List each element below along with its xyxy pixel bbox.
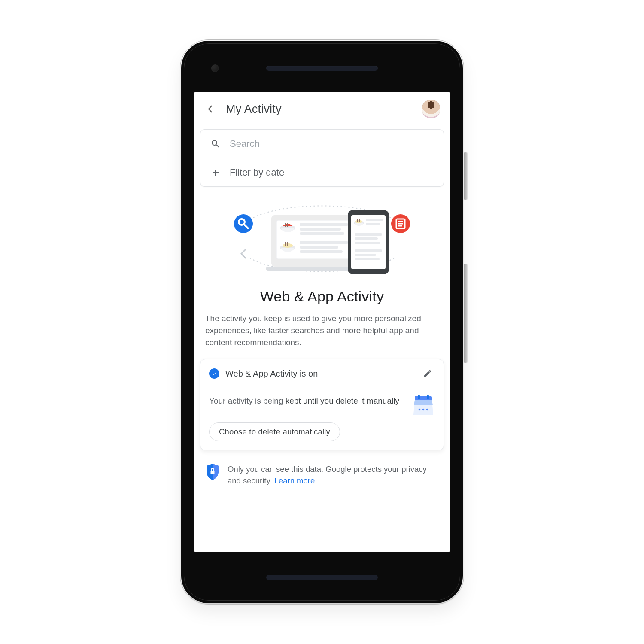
svg-rect-11 <box>300 232 344 235</box>
svg-rect-13 <box>300 246 338 249</box>
auto-delete-label: Choose to delete automatically <box>219 427 330 437</box>
svg-rect-24 <box>366 219 383 221</box>
activity-status-card: Web & App Activity is on Your activity i… <box>200 359 444 450</box>
search-filter-card: Filter by date <box>200 129 444 187</box>
privacy-footer: Only you can see this data. Google prote… <box>205 463 439 497</box>
svg-rect-37 <box>427 395 429 399</box>
search-input[interactable] <box>230 138 435 149</box>
screen: My Activity Filter <box>194 92 450 552</box>
status-text: Web & App Activity is on <box>225 369 414 379</box>
svg-rect-30 <box>355 254 376 256</box>
svg-rect-28 <box>355 242 380 244</box>
check-circle-icon <box>209 368 219 379</box>
power-button <box>464 152 467 200</box>
calendar-icon <box>412 395 435 416</box>
privacy-text: Only you can see this data. Google prote… <box>228 463 439 486</box>
svg-rect-41 <box>211 471 215 474</box>
shield-lock-icon <box>205 463 220 480</box>
svg-rect-25 <box>366 223 380 225</box>
svg-rect-36 <box>418 395 420 399</box>
svg-rect-27 <box>355 237 378 240</box>
app-content: My Activity Filter <box>194 92 450 552</box>
section-title: Web & App Activity <box>194 288 450 305</box>
plus-icon <box>209 167 222 178</box>
search-icon <box>209 139 222 149</box>
devices-illustration-icon <box>194 198 450 279</box>
front-camera <box>211 64 219 72</box>
svg-rect-10 <box>300 228 341 231</box>
svg-point-39 <box>422 409 425 411</box>
account-avatar[interactable] <box>422 100 440 118</box>
stage: My Activity Filter <box>0 0 644 644</box>
app-header: My Activity <box>194 92 450 126</box>
learn-more-link[interactable]: Learn more <box>274 476 315 485</box>
svg-rect-20 <box>285 242 286 246</box>
svg-rect-16 <box>285 223 286 227</box>
svg-rect-31 <box>355 258 380 260</box>
search-row[interactable] <box>200 130 444 158</box>
hero-illustration <box>194 198 450 279</box>
svg-rect-12 <box>300 241 348 244</box>
retention-bold: kept until you delete it manually <box>286 396 399 405</box>
svg-point-40 <box>426 409 428 411</box>
svg-rect-9 <box>300 223 348 226</box>
svg-rect-21 <box>287 242 288 246</box>
svg-point-38 <box>419 409 421 411</box>
svg-rect-17 <box>287 223 288 227</box>
auto-delete-button[interactable]: Choose to delete automatically <box>209 422 340 441</box>
svg-rect-29 <box>355 249 382 252</box>
divider <box>200 388 444 388</box>
svg-rect-35 <box>359 219 360 222</box>
svg-rect-14 <box>300 250 343 253</box>
volume-rocker <box>464 264 467 363</box>
edit-button[interactable] <box>420 366 435 381</box>
section-description: The activity you keep is used to give yo… <box>205 313 439 349</box>
retention-prefix: Your activity is being <box>209 396 286 405</box>
retention-row: Your activity is being kept until you de… <box>209 395 435 416</box>
arrow-left-icon <box>206 103 217 115</box>
filter-label: Filter by date <box>230 167 284 178</box>
bottom-speaker <box>266 575 378 580</box>
privacy-text-main: Only you can see this data. Google prote… <box>228 465 427 485</box>
retention-text: Your activity is being kept until you de… <box>209 395 405 407</box>
status-row: Web & App Activity is on <box>209 366 435 381</box>
page-title: My Activity <box>226 103 282 116</box>
earpiece <box>266 66 378 71</box>
pencil-icon <box>423 369 432 378</box>
svg-rect-34 <box>357 219 358 222</box>
phone-frame: My Activity Filter <box>181 41 463 603</box>
filter-row[interactable]: Filter by date <box>200 158 444 186</box>
svg-rect-26 <box>355 233 382 236</box>
back-button[interactable] <box>204 101 220 117</box>
